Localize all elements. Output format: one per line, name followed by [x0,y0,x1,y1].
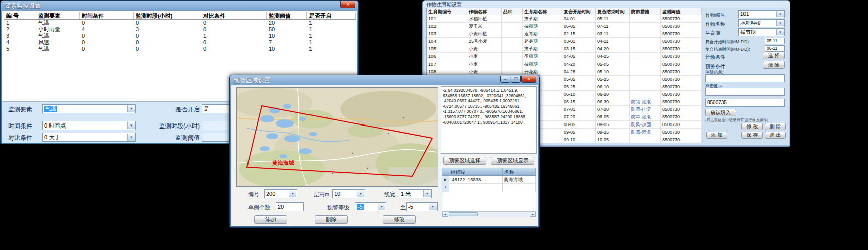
clear-button[interactable]: 清 除 [763,61,785,69]
table-cell: 09-05 [596,121,630,129]
add-area-button[interactable]: 添加 [254,215,287,224]
modify-button[interactable]: 修 改 [741,123,763,130]
table-cell: 0 [201,46,267,52]
end-date-field[interactable]: 06-11 [765,45,785,52]
w2-titlebar[interactable]: 预警区域设置 – ❐ ✕ [231,76,538,85]
chevron-down-icon: ▼ [429,203,437,210]
table-row[interactable]: 102夏玉米抽穗期06-0507-118500730 [427,23,702,30]
table-cell: 08-05 [596,113,630,121]
header-cell: 生育期编号 [427,8,467,15]
table-cell: ▶ [442,176,449,184]
table-row[interactable]: * [442,184,536,192]
compare-cond-select[interactable]: 0-大于▼ [42,133,136,142]
growth-period-select[interactable]: 拔节期▼ [738,28,785,36]
num-select[interactable]: 200▼ [264,189,297,198]
height-select[interactable]: 10▼ [332,189,365,198]
table-cell: 102 [427,23,467,30]
crop-no-select[interactable]: 101▼ [738,10,785,18]
table-cell: 3 [134,26,201,33]
table-cell: 05-05 [596,60,630,68]
coordinates-textarea[interactable]: -2.64,0192034578, -905414.1.1,0451.9, 63… [441,86,537,154]
table-cell: 50 [267,26,307,33]
linewidth-select[interactable]: 1 米▼ [399,189,432,198]
table-row[interactable]: 1气温000201 [4,20,356,26]
count-field[interactable]: 20 [276,202,304,211]
scroll-thumb[interactable] [449,212,478,216]
table-cell: 0 [134,46,201,52]
maximize-icon[interactable]: ❐ [511,76,521,83]
table-row[interactable]: 3气温001101 [4,33,356,39]
time-cond-select[interactable]: 0 时间点▼ [42,121,136,130]
table-cell: 风速 [36,39,80,46]
table-cell: 05-11 [596,15,630,23]
table-cell: 2 [4,26,36,33]
table-cell: 8500730 [661,98,702,106]
warning-area-map[interactable]: 黄海海域 [236,87,438,187]
table-row[interactable]: 4风速00071 [4,39,356,46]
to-level-select[interactable]: -5▼ [406,202,438,211]
table-cell: 1 [307,39,356,46]
table-cell: 107 [427,60,467,68]
choose-button[interactable]: 选 择 [763,52,785,59]
level-select[interactable]: -5▼ [355,202,386,211]
scroll-left-icon[interactable]: ◄ [442,212,448,217]
area-grid-body: ▶-48122..16838...黄海海域* [442,176,536,192]
table-cell: 03-01 [562,38,596,45]
table-cell: 106 [427,53,467,60]
header-cell: 经纬度 [449,168,503,175]
table-cell: 1 [307,20,356,26]
table-cell: * [442,184,449,192]
crop-name-select[interactable]: 水稻种植▼ [738,19,785,27]
w1-titlebar[interactable]: 要素监控设置 ✕ [2,1,357,11]
horizontal-scrollbar[interactable]: ◄ ► [442,211,536,217]
threshold-code-field[interactable]: 8500735 [705,99,785,107]
table-cell [630,45,661,53]
header-cell: 防御措施 [630,8,661,15]
compare-cond-label: 对比条件 [8,134,32,142]
table-cell: 0 [201,20,267,26]
table-row[interactable]: 5气温000101 [4,46,356,52]
dblclick-field[interactable] [705,88,785,96]
table-row[interactable]: 103小麦种植返青期02-1503-118500730 [427,30,702,38]
save-button[interactable]: 保 存 [741,132,763,139]
table-cell: 返青期 [523,30,562,38]
close-icon[interactable]: ✕ [340,1,355,8]
table-row[interactable]: ▶-48122..16838...黄海海域 [442,176,536,184]
monitor-table-body: 1气温0002012小时雨量4305013气温0011014风速000715气温… [4,20,356,52]
table-row[interactable]: 10425号小麦起身期03-0104-118500730 [427,38,702,45]
header-cell: 对比条件 [201,12,267,19]
table-row[interactable]: 106小麦孕穗期04-0504-258500730 [427,53,702,60]
table-cell: 3 [4,33,36,39]
exit-button[interactable]: 退 出 [765,132,786,139]
table-cell: 0 [201,39,267,46]
scroll-right-icon[interactable]: ► [530,212,536,217]
element-select[interactable]: 气温▼ [42,104,136,113]
table-cell: 09-25 [596,129,630,136]
desc-field[interactable] [705,74,785,82]
table-row[interactable]: 105小麦拔节期03-1504-208500730 [427,45,702,53]
audio-cond-label: 音频条件 [705,54,725,61]
table-row[interactable]: 107小麦抽穗期04-2005-058500730 [427,60,702,68]
modify-area-button[interactable]: 修改 [383,215,416,224]
table-row[interactable]: 101水稻种植拔节期04-0105-118500730 [427,15,702,23]
select-area-button[interactable]: 预警区域选择 [443,157,486,165]
chevron-down-icon: ▼ [776,20,784,26]
header-cell: 是否开启 [307,12,356,19]
add-button[interactable]: 添 加 [706,132,727,139]
growth-period-label: 生育期 [705,30,720,37]
w3-titlebar[interactable]: 作物生育期设置 [424,1,789,8]
table-cell: 10 [267,46,307,52]
close-icon[interactable]: ✕ [521,76,536,83]
table-row[interactable]: 2小时雨量430501 [4,26,356,33]
show-area-button[interactable]: 预警区域显示 [491,157,534,165]
table-cell: 8500730 [661,106,702,113]
header-cell: 时间条件 [80,12,134,19]
delete-area-button[interactable]: 删除 [315,215,348,224]
confirm-fill-button[interactable]: 确认填入 [705,109,736,116]
delete-button[interactable]: 删 除 [765,123,786,130]
header-cell: 作物名称 [467,8,502,15]
minimize-icon[interactable]: – [500,76,510,83]
table-cell [503,184,536,192]
start-date-field[interactable]: 05-11 [765,38,785,44]
crop-no-label: 作物编号 [705,12,725,19]
